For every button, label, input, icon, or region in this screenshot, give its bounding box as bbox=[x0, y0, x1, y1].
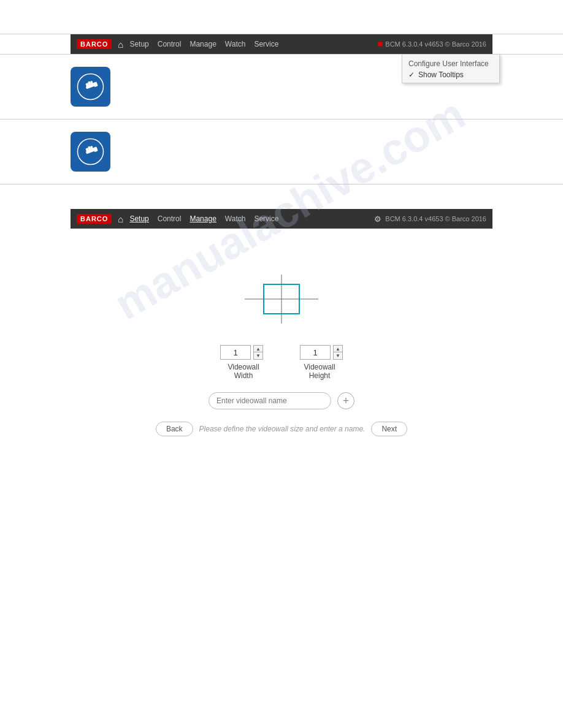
next-button[interactable]: Next bbox=[371, 422, 407, 436]
width-spinner-group: ▲ ▼ bbox=[220, 345, 263, 360]
height-label: Videowall Height bbox=[300, 363, 339, 380]
navbar-2: BARCO ⌂ Setup Control Manage Watch Servi… bbox=[71, 209, 492, 229]
width-down-arrow[interactable]: ▼ bbox=[254, 352, 262, 359]
pointer-icon-2 bbox=[71, 132, 110, 172]
dropdown-header: Configure User Interface bbox=[408, 58, 493, 70]
note-section-2 bbox=[0, 119, 563, 184]
hint-text: Please define the videowall size and ent… bbox=[199, 425, 366, 433]
version-info-2: BCM 6.3.0.4 v4653 © Barco 2016 bbox=[385, 215, 486, 222]
brand-logo-2: BARCO bbox=[77, 214, 112, 224]
videowall-name-input[interactable] bbox=[209, 392, 331, 409]
nav-manage-1[interactable]: Manage bbox=[190, 39, 216, 50]
spinner-labels: Videowall Width Videowall Height bbox=[71, 363, 492, 380]
show-tooltips-label: Show Tooltips bbox=[418, 70, 464, 79]
nav-service-1[interactable]: Service bbox=[254, 39, 278, 50]
vw-v-line bbox=[282, 275, 282, 324]
add-button[interactable]: + bbox=[337, 392, 354, 409]
pointer-svg-1 bbox=[77, 73, 104, 100]
version-info-1: BCM 6.3.0.4 v4653 © Barco 2016 bbox=[385, 40, 486, 48]
nav-manage-2[interactable]: Manage bbox=[190, 213, 216, 224]
nav-watch-2[interactable]: Watch bbox=[225, 213, 246, 224]
width-input[interactable] bbox=[220, 345, 251, 360]
nav-watch-1[interactable]: Watch bbox=[225, 39, 246, 50]
pointer-svg-2 bbox=[77, 138, 104, 165]
show-tooltips-item[interactable]: ✓ Show Tooltips bbox=[408, 70, 493, 79]
pointer-icon-1 bbox=[71, 67, 110, 107]
width-up-arrow[interactable]: ▲ bbox=[254, 346, 262, 352]
check-icon: ✓ bbox=[408, 70, 415, 79]
settings-icon[interactable]: ⚙ bbox=[374, 214, 381, 224]
width-label: Videowall Width bbox=[224, 363, 263, 380]
vw-grid bbox=[220, 259, 343, 339]
dropdown-menu: Configure User Interface ✓ Show Tooltips bbox=[402, 54, 500, 83]
nav-items-1: Setup Control Manage Watch Service bbox=[129, 39, 375, 50]
action-row: Back Please define the videowall size an… bbox=[71, 422, 492, 436]
height-up-arrow[interactable]: ▲ bbox=[334, 346, 342, 352]
nav-items-2: Setup Control Manage Watch Service bbox=[129, 213, 370, 224]
home-icon-2[interactable]: ⌂ bbox=[118, 214, 123, 224]
brand-logo-1: BARCO bbox=[77, 39, 112, 49]
videowall-diagram bbox=[71, 259, 492, 339]
nav-setup-2[interactable]: Setup bbox=[129, 213, 148, 224]
nav-setup-1[interactable]: Setup bbox=[129, 39, 148, 50]
home-icon-1[interactable]: ⌂ bbox=[118, 39, 123, 50]
spinner-row: ▲ ▼ ▲ ▼ bbox=[71, 345, 492, 360]
name-input-row: + bbox=[71, 392, 492, 409]
nav-control-1[interactable]: Control bbox=[158, 39, 182, 50]
height-down-arrow[interactable]: ▼ bbox=[334, 352, 342, 359]
setup-area: ▲ ▼ ▲ ▼ Videowall Width Videowall Height… bbox=[0, 229, 563, 455]
section-bottom: BARCO ⌂ Setup Control Manage Watch Servi… bbox=[0, 184, 563, 455]
nav-control-2[interactable]: Control bbox=[158, 213, 182, 224]
navbar-1: BARCO ⌂ Setup Control Manage Watch Servi… bbox=[71, 34, 492, 54]
height-arrows: ▲ ▼ bbox=[333, 345, 343, 360]
nav-service-2[interactable]: Service bbox=[254, 213, 278, 224]
height-input[interactable] bbox=[300, 345, 331, 360]
height-spinner-group: ▲ ▼ bbox=[300, 345, 343, 360]
back-button[interactable]: Back bbox=[156, 422, 193, 436]
width-arrows: ▲ ▼ bbox=[253, 345, 263, 360]
status-dot-1 bbox=[378, 42, 383, 47]
